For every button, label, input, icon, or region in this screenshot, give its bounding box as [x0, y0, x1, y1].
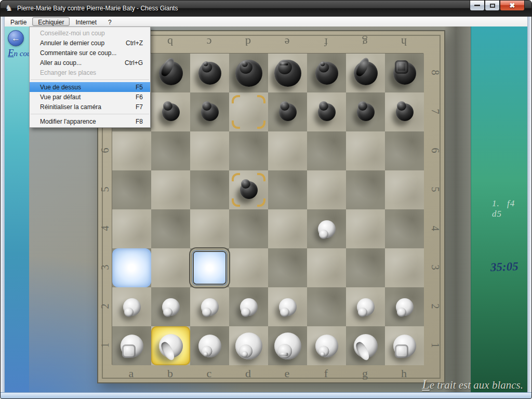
- menubar: PartieEchiquierInternet?: [5, 17, 528, 26]
- square-d6[interactable]: [229, 131, 268, 170]
- maximize-button[interactable]: [485, 1, 500, 11]
- menu-item-echanger-les-places: Echanger les places: [30, 68, 150, 77]
- piece-white-pawn-c2[interactable]: [190, 287, 229, 326]
- file-label-top-f: f: [307, 35, 345, 49]
- piece-black-bishop-c8[interactable]: [190, 54, 229, 92]
- piece-white-pawn-b2[interactable]: [151, 287, 190, 326]
- piece-black-knight-b8[interactable]: [151, 54, 190, 92]
- menubar-item-partie[interactable]: Partie: [5, 17, 32, 26]
- back-button[interactable]: ←: [8, 30, 24, 46]
- piece-head: [163, 101, 172, 111]
- file-label-bottom-f: f: [307, 367, 345, 380]
- square-c4[interactable]: [190, 209, 229, 248]
- square-a4[interactable]: [112, 209, 151, 248]
- close-button[interactable]: ✖: [500, 1, 525, 11]
- square-f5[interactable]: [307, 170, 346, 209]
- square-e5[interactable]: [268, 170, 307, 209]
- piece-white-knight-g1[interactable]: [346, 326, 385, 365]
- close-icon: ✖: [510, 2, 515, 9]
- menu-item-vue-de-dessus[interactable]: Vue de dessusF5: [30, 82, 150, 92]
- piece-head: [241, 308, 250, 317]
- minimize-button[interactable]: [470, 1, 485, 11]
- piece-white-queen-d1[interactable]: [229, 326, 268, 365]
- square-d3[interactable]: [229, 248, 268, 287]
- square-b5[interactable]: [151, 170, 190, 209]
- piece-white-pawn-g2[interactable]: [346, 287, 385, 326]
- menu-item-reinitialiser-la-camera[interactable]: Réinitialiser la caméraF7: [30, 102, 150, 112]
- square-a6[interactable]: [112, 131, 151, 170]
- piece-white-bishop-f1[interactable]: [307, 326, 346, 365]
- rank-label-left-4: 4: [99, 209, 111, 248]
- app-knight-icon: ♞: [5, 4, 12, 12]
- piece-black-rook-h8[interactable]: [385, 54, 424, 92]
- square-h4[interactable]: [385, 209, 424, 248]
- square-h3[interactable]: [385, 248, 424, 287]
- menu-item-vue-par-defaut[interactable]: Vue par défautF6: [30, 92, 150, 102]
- menu-item-commentaire-sur-ce-coup[interactable]: Commentaire sur ce coup...: [30, 48, 150, 58]
- piece-tip: [280, 353, 288, 356]
- menu-item-annuler-le-dernier-coup[interactable]: Annuler le dernier coupCtrl+Z: [30, 38, 150, 48]
- square-b4[interactable]: [151, 209, 190, 248]
- piece-white-pawn-a2[interactable]: [112, 287, 151, 326]
- square-g3[interactable]: [346, 248, 385, 287]
- rank-label-right-7: 7: [429, 92, 441, 131]
- piece-head: [241, 179, 250, 189]
- piece-white-rook-a1[interactable]: [112, 326, 151, 365]
- piece-tip: [321, 352, 325, 357]
- square-g4[interactable]: [346, 209, 385, 248]
- piece-black-pawn-b7[interactable]: [151, 92, 190, 131]
- square-g5[interactable]: [346, 170, 385, 209]
- piece-head: [319, 101, 328, 111]
- piece-white-pawn-e2[interactable]: [268, 287, 307, 326]
- menu-item-label: Commentaire sur ce coup...: [40, 49, 134, 57]
- menu-separator: [31, 114, 149, 114]
- piece-head: [397, 308, 406, 317]
- square-h5[interactable]: [385, 170, 424, 209]
- square-b3[interactable]: [151, 248, 190, 287]
- square-f2[interactable]: [307, 287, 346, 326]
- square-c5[interactable]: [190, 170, 229, 209]
- square-e6[interactable]: [268, 131, 307, 170]
- highlight-move-glow-framed-c3[interactable]: [190, 248, 229, 287]
- square-h6[interactable]: [385, 131, 424, 170]
- piece-black-bishop-f8[interactable]: [307, 54, 346, 92]
- rank-label-left-2: 2: [99, 287, 111, 326]
- rank-label-left-1: 1: [99, 326, 111, 365]
- square-f6[interactable]: [307, 131, 346, 170]
- square-f3[interactable]: [307, 248, 346, 287]
- menubar-item-internet[interactable]: Internet: [70, 17, 102, 26]
- piece-white-pawn-d2[interactable]: [229, 287, 268, 326]
- piece-black-king-e8[interactable]: [268, 54, 307, 92]
- file-label-bottom-a: a: [112, 367, 151, 380]
- square-g6[interactable]: [346, 131, 385, 170]
- menu-item-conseillez-moi-un-coup: Conseillez-moi un coup: [30, 28, 150, 38]
- file-label-top-b: b: [151, 35, 190, 49]
- piece-head: [358, 101, 367, 111]
- square-b6[interactable]: [151, 131, 190, 170]
- piece-white-king-e1[interactable]: [268, 326, 307, 365]
- piece-white-knight-b1[interactable]: [151, 326, 190, 365]
- piece-black-pawn-f7[interactable]: [307, 92, 346, 131]
- piece-white-pawn-h2[interactable]: [385, 287, 424, 326]
- menu-item-aller-au-coup[interactable]: Aller au coup...Ctrl+G: [30, 58, 150, 68]
- square-e4[interactable]: [268, 209, 307, 248]
- highlight-move-glow-a3[interactable]: [112, 248, 151, 287]
- square-c6[interactable]: [190, 131, 229, 170]
- piece-black-pawn-h7[interactable]: [385, 92, 424, 131]
- piece-head: [124, 308, 134, 317]
- piece-black-pawn-e7[interactable]: [268, 92, 307, 131]
- piece-black-pawn-g7[interactable]: [346, 92, 385, 131]
- piece-black-queen-d8[interactable]: [229, 54, 268, 92]
- piece-black-knight-g8[interactable]: [346, 54, 385, 92]
- piece-white-pawn-f4[interactable]: [307, 209, 346, 248]
- menubar-item-echiquier[interactable]: Echiquier: [32, 17, 70, 26]
- piece-black-pawn-d5[interactable]: [229, 170, 268, 209]
- square-e3[interactable]: [268, 248, 307, 287]
- menu-item-modifier-l-apparence[interactable]: Modifier l'apparenceF8: [30, 116, 150, 126]
- piece-white-rook-h1[interactable]: [385, 326, 424, 365]
- menubar-item-item[interactable]: ?: [102, 17, 117, 26]
- piece-white-bishop-c1[interactable]: [190, 326, 229, 365]
- square-a5[interactable]: [112, 170, 151, 209]
- piece-black-pawn-c7[interactable]: [190, 92, 229, 131]
- square-d4[interactable]: [229, 209, 268, 248]
